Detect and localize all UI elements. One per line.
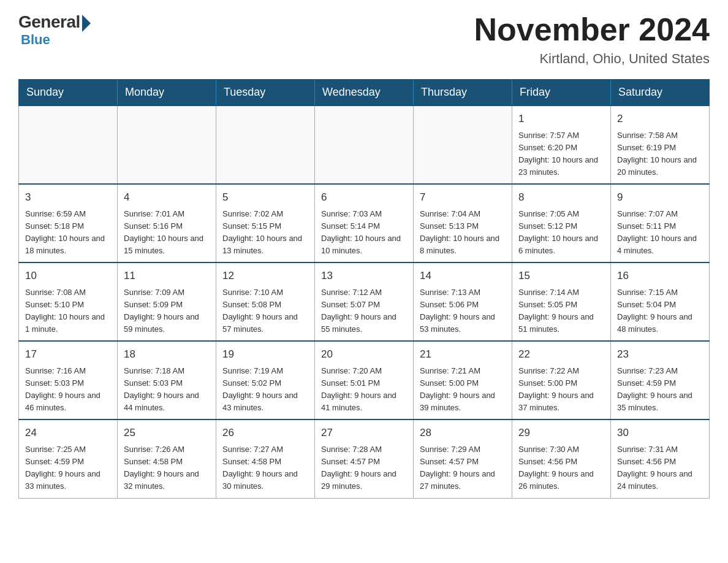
day-info: Sunrise: 7:10 AM Sunset: 5:08 PM Dayligh…	[222, 286, 308, 336]
day-number: 6	[321, 190, 407, 205]
day-info: Sunrise: 7:57 AM Sunset: 6:20 PM Dayligh…	[518, 129, 604, 179]
calendar-day-cell: 7Sunrise: 7:04 AM Sunset: 5:13 PM Daylig…	[414, 184, 512, 262]
calendar-day-cell: 22Sunrise: 7:22 AM Sunset: 5:00 PM Dayli…	[512, 341, 611, 419]
day-number: 18	[124, 347, 210, 362]
day-info: Sunrise: 7:15 AM Sunset: 5:04 PM Dayligh…	[617, 286, 703, 336]
day-info: Sunrise: 7:25 AM Sunset: 4:59 PM Dayligh…	[25, 443, 111, 493]
day-info: Sunrise: 7:23 AM Sunset: 4:59 PM Dayligh…	[617, 365, 703, 415]
calendar-day-cell: 30Sunrise: 7:31 AM Sunset: 4:56 PM Dayli…	[611, 419, 710, 498]
day-number: 28	[420, 425, 506, 441]
day-number: 21	[420, 347, 506, 362]
calendar-day-cell: 16Sunrise: 7:15 AM Sunset: 5:04 PM Dayli…	[611, 262, 710, 341]
day-number: 13	[321, 268, 407, 284]
day-info: Sunrise: 7:29 AM Sunset: 4:57 PM Dayligh…	[420, 443, 506, 493]
calendar-day-cell: 13Sunrise: 7:12 AM Sunset: 5:07 PM Dayli…	[315, 262, 414, 341]
calendar-day-cell	[118, 105, 216, 184]
day-number: 9	[617, 190, 703, 205]
day-number: 19	[222, 347, 308, 362]
day-number: 17	[25, 347, 111, 362]
calendar-day-header: Tuesday	[216, 80, 315, 106]
day-info: Sunrise: 7:16 AM Sunset: 5:03 PM Dayligh…	[25, 365, 111, 415]
calendar-day-header: Monday	[118, 80, 216, 106]
calendar-day-cell: 18Sunrise: 7:18 AM Sunset: 5:03 PM Dayli…	[118, 341, 216, 419]
day-number: 7	[420, 190, 506, 205]
day-info: Sunrise: 7:07 AM Sunset: 5:11 PM Dayligh…	[617, 208, 703, 258]
calendar-day-cell: 23Sunrise: 7:23 AM Sunset: 4:59 PM Dayli…	[611, 341, 710, 419]
calendar-day-cell: 25Sunrise: 7:26 AM Sunset: 4:58 PM Dayli…	[118, 419, 216, 498]
day-number: 12	[222, 268, 308, 284]
day-number: 22	[518, 347, 604, 362]
day-info: Sunrise: 7:28 AM Sunset: 4:57 PM Dayligh…	[321, 443, 407, 493]
calendar-day-cell: 21Sunrise: 7:21 AM Sunset: 5:00 PM Dayli…	[414, 341, 512, 419]
calendar-week-row: 10Sunrise: 7:08 AM Sunset: 5:10 PM Dayli…	[19, 262, 710, 341]
calendar-day-cell: 3Sunrise: 6:59 AM Sunset: 5:18 PM Daylig…	[19, 184, 118, 262]
day-number: 5	[222, 190, 308, 205]
day-info: Sunrise: 7:05 AM Sunset: 5:12 PM Dayligh…	[518, 208, 604, 258]
day-info: Sunrise: 7:18 AM Sunset: 5:03 PM Dayligh…	[124, 365, 210, 415]
day-info: Sunrise: 7:01 AM Sunset: 5:16 PM Dayligh…	[124, 208, 210, 258]
day-info: Sunrise: 7:22 AM Sunset: 5:00 PM Dayligh…	[518, 365, 604, 415]
calendar-day-cell: 14Sunrise: 7:13 AM Sunset: 5:06 PM Dayli…	[414, 262, 512, 341]
day-number: 20	[321, 347, 407, 362]
day-number: 27	[321, 425, 407, 441]
logo-blue-text: Blue	[21, 32, 50, 48]
logo-general-text: General	[18, 12, 80, 32]
calendar-day-cell: 26Sunrise: 7:27 AM Sunset: 4:58 PM Dayli…	[216, 419, 315, 498]
calendar-day-cell: 1Sunrise: 7:57 AM Sunset: 6:20 PM Daylig…	[512, 105, 611, 184]
day-number: 14	[420, 268, 506, 284]
calendar-week-row: 24Sunrise: 7:25 AM Sunset: 4:59 PM Dayli…	[19, 419, 710, 498]
calendar-day-cell: 28Sunrise: 7:29 AM Sunset: 4:57 PM Dayli…	[414, 419, 512, 498]
day-info: Sunrise: 7:13 AM Sunset: 5:06 PM Dayligh…	[420, 286, 506, 336]
day-number: 11	[124, 268, 210, 284]
calendar-day-header: Thursday	[414, 80, 512, 106]
calendar-day-cell: 15Sunrise: 7:14 AM Sunset: 5:05 PM Dayli…	[512, 262, 611, 341]
day-number: 3	[25, 190, 111, 205]
day-info: Sunrise: 7:02 AM Sunset: 5:15 PM Dayligh…	[222, 208, 308, 258]
calendar-day-cell: 20Sunrise: 7:20 AM Sunset: 5:01 PM Dayli…	[315, 341, 414, 419]
day-info: Sunrise: 7:21 AM Sunset: 5:00 PM Dayligh…	[420, 365, 506, 415]
calendar-table: SundayMondayTuesdayWednesdayThursdayFrid…	[18, 79, 710, 498]
calendar-day-header: Saturday	[611, 80, 710, 106]
calendar-day-cell: 4Sunrise: 7:01 AM Sunset: 5:16 PM Daylig…	[118, 184, 216, 262]
day-number: 8	[518, 190, 604, 205]
calendar-day-cell: 2Sunrise: 7:58 AM Sunset: 6:19 PM Daylig…	[611, 105, 710, 184]
calendar-day-cell: 19Sunrise: 7:19 AM Sunset: 5:02 PM Dayli…	[216, 341, 315, 419]
day-number: 30	[617, 425, 703, 441]
month-title: November 2024	[474, 12, 710, 47]
day-number: 23	[617, 347, 703, 362]
day-info: Sunrise: 7:08 AM Sunset: 5:10 PM Dayligh…	[25, 286, 111, 336]
calendar-day-cell: 10Sunrise: 7:08 AM Sunset: 5:10 PM Dayli…	[19, 262, 118, 341]
calendar-day-cell	[315, 105, 414, 184]
day-info: Sunrise: 7:19 AM Sunset: 5:02 PM Dayligh…	[222, 365, 308, 415]
logo: General Blue	[18, 12, 91, 48]
day-info: Sunrise: 7:20 AM Sunset: 5:01 PM Dayligh…	[321, 365, 407, 415]
calendar-week-row: 3Sunrise: 6:59 AM Sunset: 5:18 PM Daylig…	[19, 184, 710, 262]
calendar-day-cell: 29Sunrise: 7:30 AM Sunset: 4:56 PM Dayli…	[512, 419, 611, 498]
calendar-day-header: Friday	[512, 80, 611, 106]
day-info: Sunrise: 7:03 AM Sunset: 5:14 PM Dayligh…	[321, 208, 407, 258]
day-number: 29	[518, 425, 604, 441]
day-number: 25	[124, 425, 210, 441]
day-info: Sunrise: 7:30 AM Sunset: 4:56 PM Dayligh…	[518, 443, 604, 493]
day-info: Sunrise: 7:31 AM Sunset: 4:56 PM Dayligh…	[617, 443, 703, 493]
day-info: Sunrise: 7:09 AM Sunset: 5:09 PM Dayligh…	[124, 286, 210, 336]
calendar-header-row: SundayMondayTuesdayWednesdayThursdayFrid…	[19, 80, 710, 106]
calendar-day-header: Sunday	[19, 80, 118, 106]
day-number: 26	[222, 425, 308, 441]
location-subtitle: Kirtland, Ohio, United States	[474, 51, 710, 67]
day-number: 1	[518, 111, 604, 127]
day-number: 10	[25, 268, 111, 284]
day-number: 24	[25, 425, 111, 441]
calendar-day-cell: 8Sunrise: 7:05 AM Sunset: 5:12 PM Daylig…	[512, 184, 611, 262]
calendar-day-cell: 12Sunrise: 7:10 AM Sunset: 5:08 PM Dayli…	[216, 262, 315, 341]
day-info: Sunrise: 7:58 AM Sunset: 6:19 PM Dayligh…	[617, 129, 703, 179]
logo-arrow-icon	[82, 15, 91, 32]
day-info: Sunrise: 6:59 AM Sunset: 5:18 PM Dayligh…	[25, 208, 111, 258]
day-number: 16	[617, 268, 703, 284]
day-number: 4	[124, 190, 210, 205]
day-info: Sunrise: 7:27 AM Sunset: 4:58 PM Dayligh…	[222, 443, 308, 493]
calendar-day-header: Wednesday	[315, 80, 414, 106]
day-number: 15	[518, 268, 604, 284]
calendar-day-cell	[414, 105, 512, 184]
calendar-day-cell: 17Sunrise: 7:16 AM Sunset: 5:03 PM Dayli…	[19, 341, 118, 419]
